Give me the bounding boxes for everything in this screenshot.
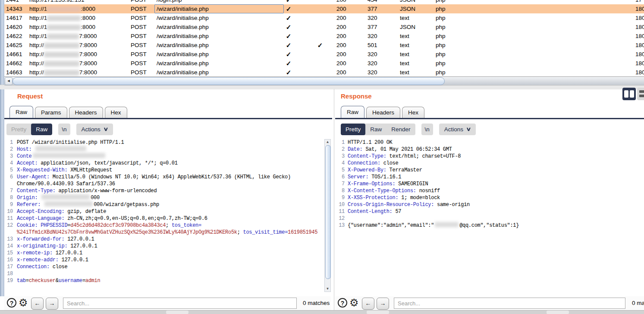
col-params: ✓ (283, 22, 295, 32)
line-number: 11 (4, 215, 17, 222)
redacted-host-blur (44, 70, 79, 76)
col-status: 200 (336, 32, 358, 41)
response-mode-render[interactable]: Render (386, 124, 415, 135)
request-mode-raw[interactable]: Raw (31, 124, 52, 135)
splitter-handle[interactable] (367, 311, 389, 314)
table-row[interactable]: 14343http://1:8000POST/wizard/initialise… (4, 4, 644, 13)
col-host: http://1:8000 (29, 4, 129, 13)
response-tab-hex[interactable]: Hex (402, 107, 424, 118)
request-tab-params[interactable]: Params (35, 107, 67, 118)
gear-icon[interactable]: ⚙ (349, 296, 359, 309)
redacted-text-blur (33, 153, 105, 158)
col-length: 501 (368, 41, 389, 50)
text-segment: Referer: (17, 201, 41, 208)
col-extension: php (436, 59, 457, 68)
search-next-button[interactable]: → (46, 298, 58, 310)
col-request-id: 14663 (6, 68, 28, 76)
host-prefix: http://171.255.92.151 (29, 0, 85, 3)
redacted-text-blur (41, 194, 90, 200)
text-segment: POST /wizard/initialise.php HTTP/1.1 (17, 139, 124, 146)
column-pane-icon (630, 90, 634, 98)
table-row[interactable]: 14663http://7:8000POST/wizard/initialise… (4, 68, 644, 76)
request-tab-hex[interactable]: Hex (105, 107, 127, 118)
text-segment: 1619851945 (288, 229, 317, 236)
response-tab-raw[interactable]: Raw (341, 106, 364, 118)
request-editor-scrollbar[interactable]: ▲ ▼ (324, 139, 331, 292)
response-newline-button[interactable]: \n (421, 124, 433, 135)
scroll-up-icon[interactable]: ▲ (325, 140, 330, 145)
params-check-icon: ✓ (286, 32, 292, 40)
col-url: /wizard/initialise.php (157, 32, 284, 41)
editor-line: 2Date: Sat, 01 May 2021 06:52:34 GMT (335, 146, 643, 153)
search-prev-button[interactable]: ← (31, 298, 44, 310)
response-actions-button[interactable]: Actions ∨ (439, 124, 476, 135)
host-prefix: http://1 (29, 6, 47, 12)
scroll-left-button[interactable]: ◄ (5, 77, 13, 85)
response-mode-raw[interactable]: Raw (365, 124, 386, 135)
response-editor[interactable]: 1HTTP/1.1 200 OK2Date: Sat, 01 May 2021 … (335, 139, 643, 229)
col-url: /wizard/initialise.php (157, 41, 284, 50)
request-tab-headers[interactable]: Headers (69, 107, 103, 118)
col-mime-type: text (400, 32, 426, 41)
table-row[interactable]: 14620http://1:8000POST/wizard/initialise… (4, 22, 644, 32)
col-ip: 17 (635, 0, 644, 4)
col-request-id: 14625 (6, 41, 28, 50)
editor-line: 5X-Powered-By: TerraMaster (335, 167, 643, 174)
request-scrollbar-thumb[interactable] (325, 145, 331, 279)
text-segment: checkuser (29, 277, 56, 284)
table-row[interactable]: 2441http://171.255.92.151POST/login.php✓… (4, 0, 644, 4)
redacted-host-blur (47, 25, 81, 30)
col-ip: 180 (635, 68, 644, 76)
text-segment: SAMEORIGIN (395, 181, 428, 187)
request-editor[interactable]: 1POST /wizard/initialise.php HTTP/1.12Ho… (4, 139, 324, 284)
response-mode-pretty[interactable]: Pretty (341, 124, 365, 135)
layout-rows-button[interactable] (637, 88, 644, 100)
col-method: POST (131, 22, 157, 32)
search-prev-button[interactable]: ← (362, 298, 374, 310)
splitter-handle[interactable] (547, 311, 569, 314)
table-row[interactable]: 14622http://17:8000POST/wizard/initialis… (4, 32, 644, 41)
table-row[interactable]: 14661http://7:8000POST/wizard/initialise… (4, 50, 644, 59)
horizontal-scrollbar-thumb[interactable] (13, 77, 445, 85)
help-icon[interactable]: ? (7, 298, 16, 308)
text-segment: admin (85, 277, 101, 284)
splitter-handle[interactable] (166, 311, 188, 314)
http-history-table[interactable]: 2441http://171.255.92.151POST/login.php✓… (4, 0, 644, 76)
response-search-input[interactable] (394, 298, 625, 309)
col-extension: php (436, 0, 457, 4)
col-status: 200 (336, 22, 358, 32)
text-segment: 127.0.0.1 (64, 236, 94, 243)
search-next-button[interactable]: → (377, 298, 389, 310)
col-extension: php (436, 41, 457, 50)
line-number: 19 (4, 277, 17, 284)
col-length: 454 (368, 0, 389, 4)
editor-line: 10Accept-Encoding: gzip, deflate (4, 208, 324, 215)
host-port: :8000 (81, 24, 95, 30)
text-segment: x-originating-ip: (17, 243, 67, 250)
layout-columns-button[interactable] (622, 88, 636, 100)
editor-line: 11Content-Length: 57 (335, 208, 643, 215)
request-actions-button[interactable]: Actions ∨ (76, 124, 113, 135)
response-tab-headers[interactable]: Headers (366, 107, 400, 118)
line-number: 12 (335, 215, 348, 222)
text-segment: Accept-Encoding: (17, 208, 64, 215)
line-number: 5 (335, 167, 348, 174)
table-horizontal-scrollbar[interactable]: ◄ (4, 76, 644, 86)
request-newline-button[interactable]: \n (58, 124, 70, 135)
col-ip: 180 (635, 41, 644, 50)
request-tab-raw[interactable]: Raw (9, 106, 33, 118)
help-icon[interactable]: ? (338, 298, 347, 308)
table-row[interactable]: 14625http://7:8000POST/wizard/initialise… (4, 41, 644, 50)
response-view-mode-group: PrettyRawRender (341, 124, 415, 135)
editor-line: 12Cookie: PHPSESSID=d45c2d6d482dccf3c979… (4, 222, 324, 229)
request-response-divider[interactable] (334, 89, 334, 310)
scroll-down-icon[interactable]: ▼ (325, 286, 330, 292)
editor-line: Chrome/90.0.4430.93 Safari/537.36 (4, 181, 324, 187)
text-segment (38, 194, 41, 201)
request-search-input[interactable] (63, 298, 297, 309)
gear-icon[interactable]: ⚙ (19, 296, 28, 309)
col-method: POST (131, 32, 157, 41)
line-number: 4 (4, 160, 17, 167)
table-row[interactable]: 14617http://1:8000POST/wizard/initialise… (4, 13, 644, 22)
table-row[interactable]: 14662http://7:8000POST/wizard/initialise… (4, 59, 644, 68)
